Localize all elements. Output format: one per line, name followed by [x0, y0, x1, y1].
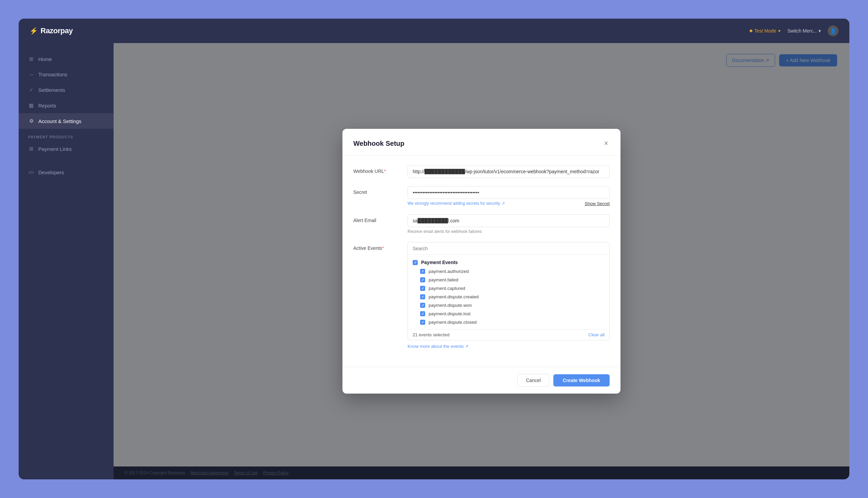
test-mode-badge[interactable]: Test Mode ▾ [750, 28, 781, 34]
test-mode-dot [750, 29, 752, 32]
event-label: payment.dispute.won [429, 303, 472, 308]
show-secret-link[interactable]: Show Secret [584, 201, 610, 206]
webhook-url-wrap [408, 165, 610, 178]
sidebar-item-developers[interactable]: </> Developers [19, 165, 114, 180]
webhook-url-group: Webhook URL* [353, 165, 610, 178]
switch-merchant[interactable]: Switch Merc... ▾ [787, 28, 821, 34]
active-events-label: Active Events* [353, 242, 408, 251]
secret-hint-link[interactable]: We strongly recommend adding secrets for… [408, 201, 505, 206]
sidebar-item-account-settings[interactable]: ⚙ Account & Settings [19, 113, 114, 129]
know-more-link[interactable]: Know more about the events ↗ [408, 344, 469, 349]
alert-email-group: Alert Email Receive email alerts for web… [353, 214, 610, 234]
logo-icon: ⚡ [29, 27, 38, 35]
settlements-icon: ✓ [28, 87, 34, 93]
alert-email-hint: Receive email alerts for webhook failure… [408, 229, 610, 234]
content-area: Documentation ↗ + Add New Webhook Webhoo… [114, 43, 849, 479]
event-checkbox[interactable] [420, 269, 425, 274]
event-item-authorized: payment.authorized [408, 267, 609, 276]
topbar: ⚡ Razorpay Test Mode ▾ Switch Merc... ▾ … [19, 19, 849, 43]
secret-wrap: We strongly recommend adding secrets for… [408, 186, 610, 206]
active-events-group: Active Events* Payment Event [353, 242, 610, 349]
test-mode-label: Test Mode [754, 28, 776, 34]
webhook-modal: Webhook Setup × Webhook URL* [342, 129, 620, 394]
topbar-right: Test Mode ▾ Switch Merc... ▾ 👤 [750, 25, 839, 36]
main-layout: ⊞ Home ↔ Transactions ✓ Settlements ▦ Re… [19, 43, 849, 479]
close-button[interactable]: × [603, 138, 610, 148]
sidebar-item-label: Reports [38, 103, 56, 108]
payment-events-category: Payment Events [408, 258, 609, 267]
event-checkbox[interactable] [420, 294, 425, 299]
app-frame: ⚡ Razorpay Test Mode ▾ Switch Merc... ▾ … [19, 19, 849, 479]
sidebar-item-settlements[interactable]: ✓ Settlements [19, 82, 114, 97]
secret-row: We strongly recommend adding secrets for… [408, 201, 610, 206]
settings-icon: ⚙ [28, 118, 34, 124]
alert-email-wrap: Receive email alerts for webhook failure… [408, 214, 610, 234]
payment-products-section: PAYMENT PRODUCTS [19, 129, 114, 141]
sidebar-item-label: Account & Settings [38, 118, 81, 124]
event-item-dispute-created: payment.dispute.created [408, 292, 609, 301]
webhook-url-input[interactable] [408, 165, 610, 178]
switch-merchant-label: Switch Merc... [787, 28, 817, 34]
sidebar-item-label: Payment Links [38, 146, 71, 152]
event-checkbox[interactable] [420, 277, 425, 283]
event-item-failed: payment.failed [408, 276, 609, 284]
sidebar-item-payment-links[interactable]: ⊞ Payment Links [19, 141, 114, 157]
logo-text: Razorpay [41, 26, 73, 35]
payment-links-icon: ⊞ [28, 146, 34, 152]
secret-group: Secret We strongly recommend adding secr… [353, 186, 610, 206]
alert-email-label: Alert Email [353, 214, 408, 223]
modal-overlay: Webhook Setup × Webhook URL* [114, 43, 849, 479]
switch-merchant-arrow: ▾ [818, 28, 821, 34]
test-mode-arrow: ▾ [778, 28, 780, 34]
payment-events-checkbox[interactable] [413, 260, 418, 265]
sidebar-item-label: Transactions [38, 71, 67, 77]
event-checkbox[interactable] [420, 320, 425, 325]
sidebar: ⊞ Home ↔ Transactions ✓ Settlements ▦ Re… [19, 43, 114, 479]
events-list: Payment Events payment.authorized [408, 255, 609, 329]
modal-title: Webhook Setup [353, 140, 405, 147]
required-marker-events: * [382, 246, 384, 251]
event-item-captured: payment.captured [408, 284, 609, 292]
secret-label: Secret [353, 186, 408, 195]
sidebar-item-reports[interactable]: ▦ Reports [19, 97, 114, 113]
event-label: payment.failed [429, 277, 458, 283]
events-search-input[interactable] [408, 243, 609, 255]
sidebar-item-label: Settlements [38, 87, 65, 93]
event-label: payment.captured [429, 286, 465, 291]
events-footer: 21 events selected Clear all [408, 329, 609, 340]
event-label: payment.dispute.created [429, 294, 479, 299]
logo: ⚡ Razorpay [29, 26, 73, 35]
transactions-icon: ↔ [28, 71, 34, 77]
home-icon: ⊞ [28, 56, 34, 62]
secret-input[interactable] [408, 186, 610, 199]
sidebar-item-label: Home [38, 56, 52, 62]
event-label: payment.dispute.lost [429, 311, 471, 316]
payment-events-label: Payment Events [421, 260, 458, 265]
user-avatar[interactable]: 👤 [828, 25, 839, 36]
sidebar-item-home[interactable]: ⊞ Home [19, 51, 114, 67]
active-events-wrap: Payment Events payment.authorized [408, 242, 610, 349]
modal-header: Webhook Setup × [342, 129, 620, 156]
event-item-dispute-closed: payment.dispute.closed [408, 318, 609, 326]
sidebar-item-label: Developers [38, 170, 64, 175]
event-checkbox[interactable] [420, 286, 425, 291]
modal-footer: Cancel Create Webhook [342, 367, 620, 394]
alert-email-input[interactable] [408, 214, 610, 227]
sidebar-item-transactions[interactable]: ↔ Transactions [19, 67, 114, 82]
required-marker: * [384, 169, 386, 174]
event-label: payment.authorized [429, 269, 469, 274]
event-checkbox[interactable] [420, 303, 425, 308]
cancel-button[interactable]: Cancel [517, 374, 549, 387]
developers-icon: </> [28, 170, 34, 175]
event-item-dispute-won: payment.dispute.won [408, 301, 609, 310]
events-count: 21 events selected [413, 332, 449, 337]
events-box: Payment Events payment.authorized [408, 242, 610, 340]
webhook-url-label: Webhook URL* [353, 165, 408, 174]
event-item-dispute-lost: payment.dispute.lost [408, 310, 609, 318]
event-label: payment.dispute.closed [429, 320, 477, 325]
clear-all-link[interactable]: Clear all [588, 332, 605, 337]
event-checkbox[interactable] [420, 311, 425, 316]
create-webhook-button[interactable]: Create Webhook [553, 374, 610, 386]
modal-body: Webhook URL* Secret [342, 156, 620, 367]
reports-icon: ▦ [28, 102, 34, 108]
